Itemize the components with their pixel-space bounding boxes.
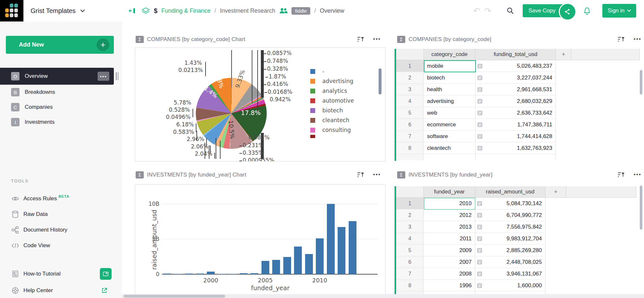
- cell-raised_amount_usd[interactable]: 1,600,000: [475, 280, 545, 291]
- cell-expand-icon[interactable]: [477, 260, 482, 264]
- cell-expand-icon[interactable]: [477, 146, 482, 150]
- redo-button[interactable]: ↷: [482, 6, 493, 16]
- cell-category_code[interactable]: advertising: [424, 95, 476, 107]
- breadcrumb-doc[interactable]: Investment Research: [220, 7, 275, 14]
- sidebar-item-investments[interactable]: IInvestments: [0, 115, 114, 130]
- layers-icon[interactable]: [141, 7, 150, 14]
- cell-category_code[interactable]: mobile: [424, 60, 476, 72]
- cell-funded_year[interactable]: 2008: [424, 268, 475, 280]
- notifications-button[interactable]: [583, 6, 591, 15]
- cell-expand-icon[interactable]: [477, 110, 482, 115]
- widget-menu-button[interactable]: •••: [634, 36, 641, 42]
- cell-expand-icon[interactable]: [477, 236, 482, 241]
- row-number[interactable]: 4: [396, 95, 424, 107]
- sort-filter-icon[interactable]: [618, 36, 624, 42]
- row-number[interactable]: 1: [396, 60, 424, 72]
- cell-expand-icon[interactable]: [477, 99, 482, 104]
- cell-funding_total_usd[interactable]: 2,961,668,531: [476, 84, 556, 95]
- cell-funded_year[interactable]: 2010: [424, 198, 475, 209]
- cell-funding_total_usd[interactable]: 1,632,763,923: [476, 142, 556, 154]
- legend-scrollbar[interactable]: [379, 68, 382, 94]
- cell-funding_total_usd[interactable]: 2,680,032,629: [476, 95, 556, 107]
- companies-summary-table[interactable]: category_codefunding_total_usd+1mobile5,…: [396, 49, 640, 160]
- cell-expand-icon[interactable]: [477, 224, 482, 229]
- cell-category_code[interactable]: cleantech: [424, 142, 476, 154]
- cell-funded_year[interactable]: 2011: [424, 233, 475, 245]
- save-copy-button[interactable]: Save Copy: [523, 4, 570, 17]
- cell-funding_total_usd[interactable]: 1,747,386,711: [476, 119, 556, 131]
- cell-funding_total_usd[interactable]: 1,744,414,628: [476, 131, 556, 142]
- row-number[interactable]: 6: [396, 119, 424, 131]
- cell-expand-icon[interactable]: [477, 87, 482, 92]
- row-number[interactable]: 5: [396, 245, 424, 256]
- cell-funded_year[interactable]: 1996: [424, 280, 475, 291]
- cell-expand-icon[interactable]: [477, 283, 482, 288]
- cell-funding_total_usd[interactable]: 2,636,733,642: [476, 107, 556, 119]
- help-external-link-icon[interactable]: [101, 287, 108, 294]
- legend-item[interactable]: consulting: [310, 125, 354, 135]
- cell-expand-icon[interactable]: [477, 64, 482, 68]
- cell-raised_amount_usd[interactable]: 5,084,730,142: [475, 198, 545, 209]
- cell-expand-icon[interactable]: [477, 271, 482, 276]
- row-number[interactable]: 7: [396, 131, 424, 142]
- cell-expand-icon[interactable]: [477, 201, 482, 206]
- cell-expand-icon[interactable]: [477, 213, 482, 218]
- sign-in-button[interactable]: Sign in: [602, 4, 636, 18]
- widget-menu-button[interactable]: •••: [373, 171, 381, 178]
- cell-category_code[interactable]: ecommerce: [424, 119, 476, 131]
- sort-filter-icon[interactable]: [357, 36, 364, 42]
- row-number[interactable]: 4: [396, 233, 424, 245]
- share-button[interactable]: [559, 3, 576, 21]
- tool-item-access-rules[interactable]: Access RulesBETA: [0, 191, 122, 206]
- page-options-button[interactable]: •••: [98, 72, 109, 81]
- grist-logo[interactable]: [0, 0, 23, 21]
- legend-item[interactable]: automotive: [310, 96, 354, 106]
- breadcrumb-page[interactable]: Overview: [320, 7, 344, 14]
- workspace-switcher[interactable]: Grist Templates: [31, 0, 85, 21]
- cell-funded_year[interactable]: 2007: [424, 256, 475, 268]
- investments-summary-table[interactable]: funded_yearraised_amount_usd+120105,084,…: [396, 186, 636, 295]
- cell-category_code[interactable]: health: [424, 84, 476, 95]
- sort-filter-icon[interactable]: [357, 172, 364, 177]
- tool-item-code-view[interactable]: Code View: [0, 238, 122, 253]
- companies-pie-chart[interactable]: 1.43%0.0213%5.78%0.528%0.0496%6.18%0.583…: [135, 47, 385, 162]
- cell-category_code[interactable]: software: [424, 131, 476, 142]
- legend-item[interactable]: advertising: [310, 76, 354, 86]
- add-column-button[interactable]: +: [556, 49, 571, 60]
- row-number[interactable]: 8: [396, 142, 424, 154]
- search-button[interactable]: [506, 7, 514, 15]
- cell-funding_total_usd[interactable]: 3,227,037,244: [476, 72, 556, 84]
- investments-bar-chart[interactable]: 10B5B0200020052010 raised_amount_usd fun…: [135, 184, 385, 298]
- row-number[interactable]: 2: [396, 209, 424, 221]
- horizontal-scrollbar-thumb[interactable]: [124, 295, 225, 298]
- panel-resize-handle[interactable]: [116, 72, 119, 80]
- undo-button[interactable]: ↶: [471, 6, 482, 16]
- legend-item[interactable]: cleantech: [310, 115, 354, 125]
- investments-table-scrollbar[interactable]: [640, 186, 642, 230]
- cell-expand-icon[interactable]: [477, 122, 482, 127]
- cell-raised_amount_usd[interactable]: 6,704,990,772: [475, 209, 545, 221]
- tutorial-expand-button[interactable]: [100, 268, 112, 280]
- row-number[interactable]: 1: [396, 198, 424, 209]
- row-number[interactable]: 3: [396, 84, 424, 95]
- cell-expand-icon[interactable]: [477, 75, 482, 80]
- breadcrumb-site[interactable]: Funding & Finance: [161, 7, 210, 14]
- add-new-button[interactable]: Add New +: [6, 36, 114, 54]
- tool-item-document-history[interactable]: Document History: [0, 222, 122, 238]
- companies-table-scrollbar[interactable]: [640, 70, 642, 94]
- cell-raised_amount_usd[interactable]: 7,556,975,842: [475, 221, 545, 233]
- widget-menu-button[interactable]: •••: [634, 171, 641, 178]
- sidebar-item-breakdowns[interactable]: BBreakdowns: [0, 85, 114, 100]
- cell-funded_year[interactable]: 2009: [424, 245, 475, 256]
- cell-funded_year[interactable]: 2012: [424, 209, 475, 221]
- cell-expand-icon[interactable]: [477, 248, 482, 253]
- cell-raised_amount_usd[interactable]: 9,983,912,704: [475, 233, 545, 245]
- legend-item[interactable]: -: [310, 66, 354, 76]
- sort-filter-icon[interactable]: [618, 172, 624, 177]
- cell-raised_amount_usd[interactable]: 2,448,708,025: [475, 256, 545, 268]
- cell-raised_amount_usd[interactable]: 3,946,131,067: [475, 268, 545, 280]
- row-number[interactable]: 3: [396, 221, 424, 233]
- add-column-button[interactable]: +: [545, 186, 566, 198]
- legend-item[interactable]: biotech: [310, 106, 354, 115]
- cell-category_code[interactable]: web: [424, 107, 476, 119]
